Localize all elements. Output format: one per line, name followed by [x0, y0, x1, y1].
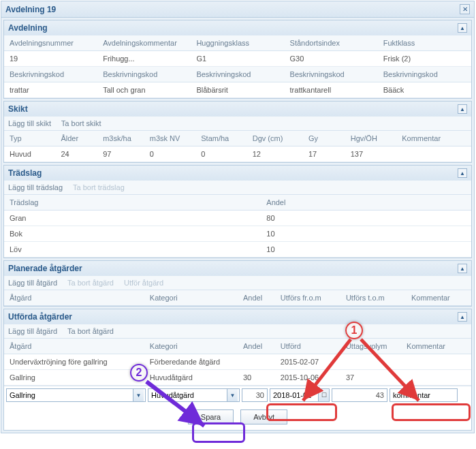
- col-header: Avdelningskommentar: [97, 35, 191, 51]
- panel-header-utforda[interactable]: Utförda åtgärder ▲: [4, 309, 471, 324]
- cell: Blåbärsrit: [191, 82, 284, 98]
- svg-line-2: [146, 382, 204, 426]
- cell: Bok: [4, 226, 261, 242]
- svg-line-1: [361, 339, 419, 401]
- cell: Huvud: [4, 146, 55, 162]
- col-header: Kommentar: [406, 290, 471, 306]
- col-header: Beskrivningskod: [97, 67, 191, 82]
- table-row[interactable]: Huvud 24 97 0 0 12 17 137: [4, 146, 471, 162]
- col-header: Andel: [238, 339, 275, 354]
- col-header: m3sk NV: [144, 131, 195, 146]
- panel-header-tradslag[interactable]: Trädslag ▲: [4, 166, 471, 181]
- cell: Frihugg...: [97, 51, 191, 67]
- panel-title: Utförda åtgärder: [8, 312, 72, 322]
- panel-header-skikt[interactable]: Skikt ▲: [4, 102, 471, 117]
- panel-header-avdelning[interactable]: Avdelning ▲: [4, 20, 471, 35]
- add-tradslag-link[interactable]: Lägg till trädslag: [8, 183, 63, 191]
- svg-line-0: [303, 339, 351, 401]
- remove-skikt-link[interactable]: Ta bort skikt: [61, 119, 101, 127]
- cell: 10: [261, 226, 471, 242]
- table-row[interactable]: Löv 10: [4, 242, 471, 258]
- remove-tradslag-link: Ta bort trädslag: [73, 183, 125, 191]
- close-icon[interactable]: ✕: [460, 4, 470, 14]
- annotation-arrow-2: [143, 378, 218, 433]
- col-header: Huggningsklass: [191, 35, 284, 51]
- chevron-down-icon[interactable]: ▼: [227, 389, 238, 401]
- panel-title: Planerade åtgärder: [8, 264, 82, 273]
- cell: 12: [247, 146, 303, 162]
- col-header: Andel: [261, 195, 471, 211]
- add-utforda-link[interactable]: Lägg till åtgärd: [8, 327, 57, 335]
- cell: Frisk (2): [378, 51, 471, 67]
- panel-header-planerade[interactable]: Planerade åtgärder ▲: [4, 261, 471, 276]
- perform-atgard-link: Utför åtgärd: [124, 279, 163, 287]
- cell: 10: [261, 242, 471, 258]
- cell: [238, 354, 275, 370]
- col-header: Utförs fr.o.m: [275, 290, 340, 306]
- col-header: Åtgärd: [4, 339, 144, 354]
- cell: 137: [345, 146, 396, 162]
- table-row[interactable]: Bok 10: [4, 226, 471, 242]
- atgard-input[interactable]: [7, 389, 133, 401]
- panel-title: Trädslag: [8, 168, 42, 178]
- window-title: Avdelning 19: [5, 5, 56, 14]
- cell: Tall och gran: [97, 82, 191, 98]
- andel-value[interactable]: 30: [242, 388, 268, 402]
- cell: Gallring: [4, 370, 144, 386]
- cell: Löv: [4, 242, 261, 258]
- table-row[interactable]: Gran 80: [4, 211, 471, 226]
- cell: 24: [55, 146, 97, 162]
- cell: G30: [285, 51, 378, 67]
- cell: G1: [191, 51, 284, 67]
- collapse-icon[interactable]: ▲: [458, 312, 467, 322]
- remove-utforda-link[interactable]: Ta bort åtgärd: [67, 327, 114, 335]
- col-header: Beskrivningskod: [378, 67, 471, 82]
- cell: Gran: [4, 211, 261, 226]
- col-header: Stam/ha: [195, 131, 247, 146]
- annotation-arrow-1: [293, 334, 429, 409]
- cell: 0: [144, 146, 195, 162]
- cell: 97: [97, 146, 144, 162]
- col-header: Ålder: [55, 131, 97, 146]
- cell: 30: [238, 370, 275, 386]
- col-header: Typ: [4, 131, 55, 146]
- add-skikt-link[interactable]: Lägg till skikt: [8, 119, 51, 127]
- col-header: Beskrivningskod: [285, 67, 378, 82]
- cell: 80: [261, 211, 471, 226]
- panel-title: Skikt: [8, 104, 28, 114]
- collapse-icon[interactable]: ▲: [458, 168, 467, 178]
- remove-atgard-link: Ta bort åtgärd: [67, 279, 114, 287]
- window-titlebar: Avdelning 19 ✕: [1, 1, 474, 18]
- collapse-icon[interactable]: ▲: [458, 23, 467, 33]
- collapse-icon[interactable]: ▲: [458, 264, 467, 273]
- col-header: Fuktklass: [378, 35, 471, 51]
- cell: trattar: [4, 82, 97, 98]
- col-header: Trädslag: [4, 195, 261, 211]
- panel-title: Avdelning: [8, 23, 48, 33]
- add-atgard-link[interactable]: Lägg till åtgärd: [8, 279, 57, 287]
- cell: 17: [303, 146, 345, 162]
- col-header: Kommentar: [396, 131, 471, 146]
- col-header: Hgv/ÖH: [345, 131, 396, 146]
- col-header: Avdelningsnummer: [4, 35, 97, 51]
- col-header: Utförs t.o.m: [340, 290, 406, 306]
- cancel-button[interactable]: Avbryt: [240, 409, 287, 424]
- col-header: Dgv (cm): [247, 131, 303, 146]
- cell: 0: [195, 146, 247, 162]
- col-header: Beskrivningskod: [4, 67, 97, 82]
- cell: [396, 146, 471, 162]
- col-header: Kategori: [144, 290, 238, 306]
- col-header: Kategori: [144, 339, 238, 354]
- col-header: Gy: [303, 131, 345, 146]
- col-header: Beskrivningskod: [191, 67, 284, 82]
- chevron-down-icon[interactable]: ▼: [133, 389, 144, 401]
- atgard-combo[interactable]: ▼: [6, 388, 146, 402]
- cell: 19: [4, 51, 97, 67]
- col-header: Åtgärd: [4, 290, 144, 306]
- cell: Förberedande åtgärd: [144, 354, 238, 370]
- col-header: Ståndortsindex: [285, 35, 378, 51]
- cell: Underväxtröjning före gallring: [4, 354, 144, 370]
- col-header: m3sk/ha: [97, 131, 144, 146]
- collapse-icon[interactable]: ▲: [458, 104, 467, 114]
- col-header: Andel: [238, 290, 275, 306]
